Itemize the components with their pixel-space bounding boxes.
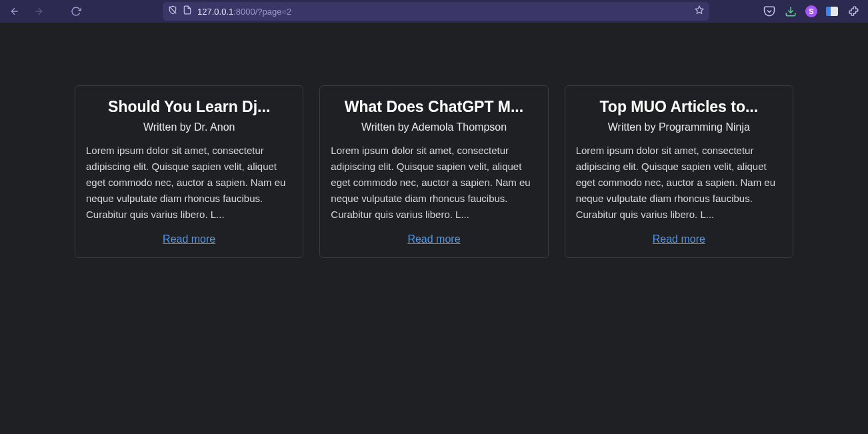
article-author: Written by Dr. Anon bbox=[86, 121, 292, 133]
url-path: :8000/?page=2 bbox=[233, 7, 291, 17]
toolbar-right: S bbox=[763, 5, 863, 18]
article-excerpt: Lorem ipsum dolor sit amet, consectetur … bbox=[86, 143, 292, 223]
avatar-initial: S bbox=[809, 7, 813, 15]
article-excerpt: Lorem ipsum dolor sit amet, consectetur … bbox=[576, 143, 782, 223]
nav-buttons bbox=[5, 2, 85, 21]
article-card: Should You Learn Dj... Written by Dr. An… bbox=[75, 85, 303, 258]
article-title: Should You Learn Dj... bbox=[86, 98, 292, 116]
sidebar-toggle-icon[interactable] bbox=[825, 5, 839, 18]
extensions-icon[interactable] bbox=[847, 5, 860, 18]
article-card: What Does ChatGPT M... Written by Ademol… bbox=[319, 85, 548, 258]
forward-button[interactable] bbox=[29, 2, 48, 21]
article-card: Top MUO Articles to... Written by Progra… bbox=[565, 85, 793, 258]
page-content: Should You Learn Dj... Written by Dr. An… bbox=[0, 23, 868, 258]
address-bar[interactable]: 127.0.0.1:8000/?page=2 bbox=[163, 2, 709, 21]
article-author: Written by Ademola Thompson bbox=[331, 121, 537, 133]
pocket-icon[interactable] bbox=[763, 5, 776, 18]
shield-off-icon bbox=[168, 5, 177, 17]
back-button[interactable] bbox=[5, 2, 24, 21]
read-more-link[interactable]: Read more bbox=[331, 233, 537, 245]
url-text: 127.0.0.1:8000/?page=2 bbox=[197, 7, 689, 17]
downloads-icon[interactable] bbox=[784, 5, 797, 18]
article-author: Written by Programming Ninja bbox=[576, 121, 782, 133]
page-icon bbox=[183, 5, 192, 17]
reload-button[interactable] bbox=[67, 2, 85, 21]
article-title: What Does ChatGPT M... bbox=[331, 98, 537, 116]
read-more-link[interactable]: Read more bbox=[576, 233, 782, 245]
bookmark-star-icon[interactable] bbox=[695, 5, 704, 17]
profile-avatar[interactable]: S bbox=[805, 5, 817, 17]
article-excerpt: Lorem ipsum dolor sit amet, consectetur … bbox=[331, 143, 537, 223]
browser-toolbar: 127.0.0.1:8000/?page=2 S bbox=[0, 0, 868, 23]
read-more-link[interactable]: Read more bbox=[86, 233, 292, 245]
article-title: Top MUO Articles to... bbox=[576, 98, 782, 116]
url-host: 127.0.0.1 bbox=[197, 7, 233, 17]
svg-marker-1 bbox=[695, 6, 703, 13]
